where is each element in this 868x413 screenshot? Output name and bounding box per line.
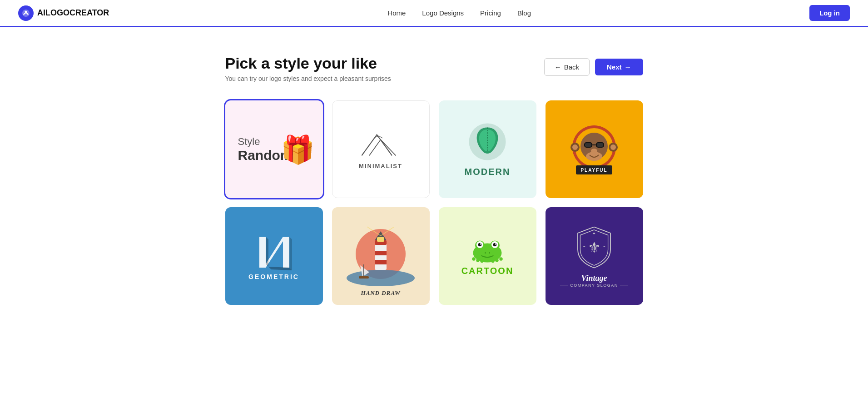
logo[interactable]: AILOGOCREATOR <box>18 5 109 21</box>
svg-point-53 <box>491 259 495 263</box>
svg-point-46 <box>480 244 481 245</box>
svg-text:❧: ❧ <box>603 244 605 248</box>
svg-marker-23 <box>289 237 292 270</box>
frog-icon <box>467 236 508 263</box>
styles-grid: Style Random 🎁 MINIMALIST MODERN <box>225 100 643 305</box>
vintage-divider: COMPANY SLOGAN <box>560 283 628 288</box>
modern-label: MODERN <box>465 167 511 177</box>
nav-links: Home Logo Designs Pricing Blog <box>387 9 531 17</box>
style-card-minimalist[interactable]: MINIMALIST <box>332 100 430 198</box>
style-card-geometric[interactable]: GEOMETRIC <box>225 207 323 305</box>
style-card-random[interactable]: Style Random 🎁 <box>225 100 323 198</box>
vintage-shield-icon: ⚜ ✦ ❧ ❧ <box>574 225 615 270</box>
nav-blog[interactable]: Blog <box>517 9 531 17</box>
svg-rect-32 <box>377 237 384 242</box>
leaf-icon <box>467 121 508 162</box>
svg-marker-21 <box>259 237 289 268</box>
back-label: Back <box>564 63 579 71</box>
svg-rect-16 <box>597 143 603 147</box>
svg-marker-22 <box>266 237 268 267</box>
next-label: Next <box>607 63 622 71</box>
style-card-vintage[interactable]: ⚜ ✦ ❧ ❧ Vintage COMPANY SLOGAN <box>546 207 643 305</box>
logo-text: AILOGOCREATOR <box>37 8 109 18</box>
cartoon-label: CARTOON <box>461 266 514 276</box>
svg-point-18 <box>586 152 602 161</box>
gift-icon: 🎁 <box>281 133 315 165</box>
vintage-brand-name: Vintage <box>560 274 628 283</box>
svg-point-45 <box>493 243 497 247</box>
svg-point-8 <box>572 144 578 150</box>
minimalist-label: MINIMALIST <box>359 163 402 169</box>
svg-point-49 <box>489 252 490 254</box>
title-block: Pick a style your like You can try our l… <box>225 55 391 82</box>
page-title: Pick a style your like <box>225 55 391 72</box>
svg-point-26 <box>347 270 415 286</box>
navbar: AILOGOCREATOR Home Logo Designs Pricing … <box>0 0 868 27</box>
next-button[interactable]: Next → <box>595 59 643 75</box>
random-text-style: Style <box>238 136 260 148</box>
next-arrow-icon: → <box>625 63 631 71</box>
logo-icon <box>18 5 34 21</box>
svg-point-55 <box>499 257 503 261</box>
svg-rect-37 <box>359 276 369 279</box>
svg-text:PLAYFUL: PLAYFUL <box>580 168 607 173</box>
nav-home[interactable]: Home <box>387 9 406 17</box>
svg-text:✦: ✦ <box>592 231 596 235</box>
svg-point-48 <box>485 252 486 254</box>
back-button[interactable]: ← Back <box>544 58 590 76</box>
svg-rect-30 <box>375 260 387 264</box>
handdraw-scene-icon: HAND DRAW <box>335 211 426 302</box>
svg-point-51 <box>476 259 480 262</box>
back-arrow-icon: ← <box>555 63 561 71</box>
vintage-slogan-text: COMPANY SLOGAN <box>570 283 618 288</box>
svg-point-10 <box>610 144 616 150</box>
login-button[interactable]: Log in <box>809 5 850 21</box>
svg-text:❧: ❧ <box>583 244 585 248</box>
svg-point-54 <box>495 259 499 262</box>
monkey-icon: PLAYFUL <box>567 122 621 177</box>
geometric-label: GEOMETRIC <box>248 273 299 280</box>
svg-rect-29 <box>375 251 387 255</box>
svg-point-44 <box>478 243 482 247</box>
svg-text:⚜: ⚜ <box>588 239 601 256</box>
svg-rect-15 <box>585 143 591 147</box>
vintage-text-block: Vintage COMPANY SLOGAN <box>560 274 628 288</box>
nav-pricing[interactable]: Pricing <box>480 9 501 17</box>
style-card-playful[interactable]: PLAYFUL <box>546 100 643 198</box>
svg-point-52 <box>480 259 484 263</box>
svg-point-47 <box>495 244 496 245</box>
page-header: Pick a style your like You can try our l… <box>225 55 643 82</box>
style-card-cartoon[interactable]: CARTOON <box>439 207 536 305</box>
page-subtitle: You can try our logo styles and expect a… <box>225 75 391 82</box>
svg-point-50 <box>472 257 476 261</box>
geometric-n-icon <box>256 232 292 273</box>
style-card-handdraw[interactable]: HAND DRAW <box>332 207 430 305</box>
style-card-modern[interactable]: MODERN <box>439 100 536 198</box>
svg-text:HAND DRAW: HAND DRAW <box>361 289 401 296</box>
nav-logo-designs[interactable]: Logo Designs <box>422 9 464 17</box>
svg-point-1 <box>25 10 27 13</box>
mountain-icon <box>358 129 403 159</box>
header-actions: ← Back Next → <box>544 58 643 76</box>
